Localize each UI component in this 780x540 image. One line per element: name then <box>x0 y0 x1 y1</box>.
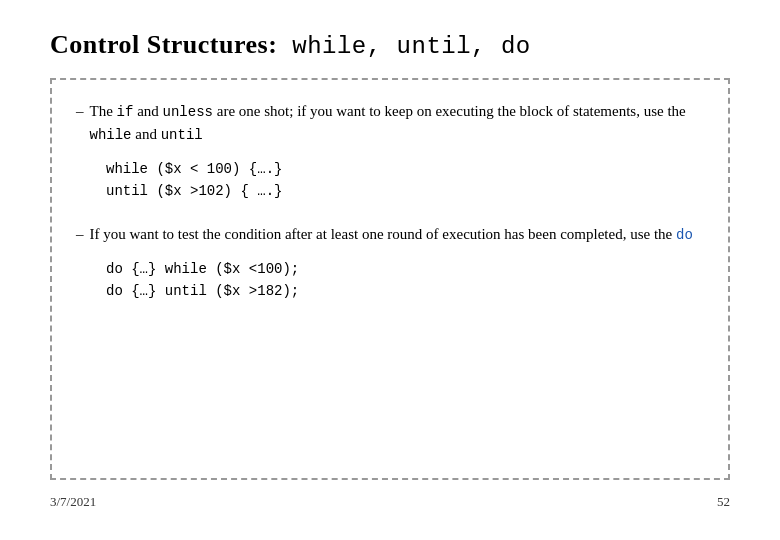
bullet-1-until: until <box>161 127 203 143</box>
code-1-line-2: until ($x >102) { ….} <box>106 180 704 202</box>
code-block-1: while ($x < 100) {….} until ($x >102) { … <box>106 158 704 203</box>
bullet-2-before: If you want to test the condition after … <box>90 226 676 242</box>
bullet-1-and2: and <box>132 126 161 142</box>
bullet-1-the: The <box>90 103 117 119</box>
bullet-1-while: while <box>90 127 132 143</box>
bullet-section-2: – If you want to test the condition afte… <box>76 223 704 303</box>
bullet-1-text: – The if and unless are one shot; if you… <box>76 100 704 146</box>
footer: 3/7/2021 52 <box>50 490 730 510</box>
bullet-1-after: are one shot; if you want to keep on exe… <box>213 103 686 119</box>
bullet-2-text: – If you want to test the condition afte… <box>76 223 704 246</box>
bullet-1-if: if <box>117 104 134 120</box>
title-text: Control Structures: <box>50 30 277 59</box>
footer-date: 3/7/2021 <box>50 494 96 510</box>
bullet-1-body: The if and unless are one shot; if you w… <box>90 100 705 146</box>
footer-page: 52 <box>717 494 730 510</box>
code-block-2: do {…} while ($x <100); do {…} until ($x… <box>106 258 704 303</box>
bullet-section-1: – The if and unless are one shot; if you… <box>76 100 704 203</box>
slide-title: Control Structures: while, until, do <box>50 30 730 60</box>
bullet-2-dash: – <box>76 223 84 246</box>
bullet-1-and: and <box>133 103 162 119</box>
bullet-2-body: If you want to test the condition after … <box>90 223 705 246</box>
code-1-line-1: while ($x < 100) {….} <box>106 158 704 180</box>
bullet-1-dash: – <box>76 100 84 146</box>
slide: Control Structures: while, until, do – T… <box>0 0 780 540</box>
content-box: – The if and unless are one shot; if you… <box>50 78 730 480</box>
code-2-line-2: do {…} until ($x >182); <box>106 280 704 302</box>
bullet-2-do: do <box>676 227 693 243</box>
title-code: while, until, do <box>277 33 530 60</box>
bullet-1-unless: unless <box>163 104 213 120</box>
code-2-line-1: do {…} while ($x <100); <box>106 258 704 280</box>
